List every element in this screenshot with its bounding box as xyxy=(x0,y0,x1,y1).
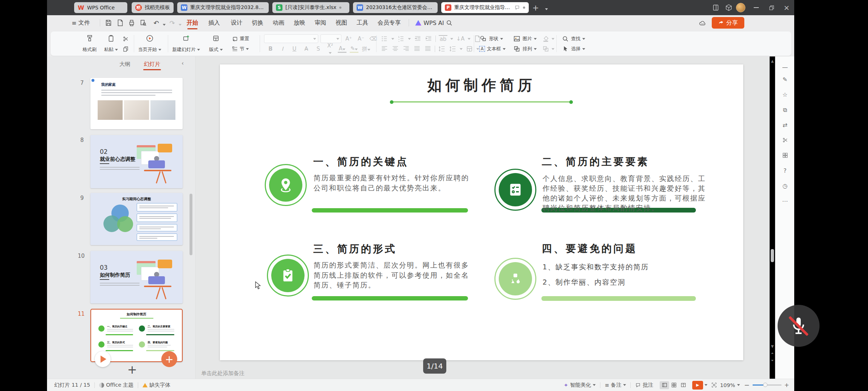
panels-icon[interactable]: ⧉ xyxy=(775,104,795,115)
font-color-button[interactable]: A xyxy=(338,45,346,53)
slide-thumbnail-7[interactable]: 我的家庭 xyxy=(90,78,183,129)
play-slideshow-overlay-button[interactable] xyxy=(95,351,111,367)
mic-muted-overlay-button[interactable] xyxy=(778,305,820,347)
text-align-vertical-icon[interactable] xyxy=(465,45,473,53)
theme-button[interactable]: Office 主题 xyxy=(99,382,133,388)
para-spacing-icon[interactable] xyxy=(449,45,457,53)
align-center-icon[interactable] xyxy=(391,45,399,53)
find-button[interactable]: 查找 xyxy=(561,34,585,44)
distribute-icon[interactable] xyxy=(424,45,432,53)
help-icon[interactable]: ? xyxy=(775,165,795,176)
tab-docer[interactable]: 稻 找稻壳模板 xyxy=(132,2,174,13)
view-sorter-button[interactable] xyxy=(669,381,678,389)
comments-button[interactable]: 批注 xyxy=(635,382,653,388)
zoom-in-button[interactable]: + xyxy=(784,382,789,388)
undo-caret[interactable] xyxy=(160,20,169,29)
tab-outline[interactable]: 大纲 xyxy=(119,61,130,68)
tab-xlsx[interactable]: S [只读]安川泰学生.xlsx xyxy=(272,2,349,13)
redo-icon[interactable]: ↷ xyxy=(168,18,176,27)
menu-animation[interactable]: 动画 xyxy=(271,15,286,30)
increase-font-icon[interactable]: A⁺ xyxy=(344,35,353,42)
superscript-button[interactable]: X² xyxy=(326,42,335,55)
layout-button[interactable]: 版式 xyxy=(209,33,223,54)
shadow-button[interactable]: S xyxy=(314,46,323,52)
menu-design[interactable]: 设计 xyxy=(229,15,244,30)
new-tab-button[interactable]: + xyxy=(531,3,540,12)
format-painter-button[interactable]: 格式刷 xyxy=(82,33,97,54)
tab-list-button[interactable] xyxy=(542,4,551,14)
tab-ppt-active[interactable]: P 重庆文理学院就业指导讲座.pp xyxy=(441,2,529,13)
zoom-level[interactable]: 109% xyxy=(720,382,740,388)
panel-scrollbar-thumb[interactable] xyxy=(190,194,192,255)
cut-tool-icon[interactable] xyxy=(775,135,795,146)
menu-file[interactable]: ≡ 文件 xyxy=(69,15,92,30)
reset-button[interactable]: 重置 xyxy=(231,34,249,44)
clock-icon[interactable]: ◷ xyxy=(775,180,795,191)
zoom-out-button[interactable]: − xyxy=(744,381,750,389)
swap-icon[interactable]: ⇄ xyxy=(775,119,795,130)
menu-review[interactable]: 审阅 xyxy=(312,15,328,30)
increase-indent-icon[interactable] xyxy=(425,35,433,43)
missing-font-warning[interactable]: 缺失字体 xyxy=(142,382,170,388)
redo-caret[interactable] xyxy=(176,20,184,29)
select-button[interactable]: 选择 xyxy=(561,44,585,54)
menu-home[interactable]: 开始 xyxy=(184,15,200,30)
fit-window-button[interactable] xyxy=(711,382,717,388)
decrease-font-icon[interactable]: A⁻ xyxy=(357,35,365,42)
menu-member[interactable]: 会员专享 xyxy=(375,15,403,30)
section-button[interactable]: 节 xyxy=(231,44,249,54)
wps-ai-button[interactable]: WPS AI xyxy=(413,15,446,30)
add-slide-button[interactable]: + xyxy=(127,363,137,377)
decrease-indent-icon[interactable] xyxy=(414,35,422,43)
collapse-handle-icon[interactable]: — xyxy=(775,62,795,72)
tab-slides[interactable]: 幻灯片 xyxy=(144,61,160,68)
properties-icon[interactable]: ✎ xyxy=(775,74,795,85)
align-left-icon[interactable] xyxy=(380,45,388,53)
avatar[interactable] xyxy=(736,3,745,12)
minimize-button[interactable] xyxy=(749,0,764,15)
workspace-cube-icon[interactable] xyxy=(721,0,736,15)
copy-button[interactable] xyxy=(122,44,129,54)
slide-thumbnail-8[interactable]: 02 就业前心态调整 xyxy=(90,135,183,188)
next-slide-button[interactable]: ⏷ xyxy=(770,358,775,363)
scroll-down-icon[interactable]: ▼ xyxy=(770,343,775,349)
menu-view[interactable]: 视图 xyxy=(333,15,349,30)
collapse-panel-icon[interactable]: ‹ xyxy=(182,60,184,67)
zoom-slider-handle[interactable] xyxy=(763,383,767,387)
textbox-button[interactable]: A 文本框 xyxy=(479,44,506,54)
new-slide-button[interactable]: 新建幻灯片 xyxy=(172,33,200,54)
cloud-sync-icon[interactable] xyxy=(698,19,707,28)
export-icon[interactable] xyxy=(116,18,124,27)
arrange-button[interactable]: 排列 xyxy=(513,44,537,54)
bullets-icon[interactable] xyxy=(380,35,388,43)
menu-insert[interactable]: 插入 xyxy=(206,15,222,30)
notes-placeholder[interactable]: 单击此处添加备注 xyxy=(201,370,244,377)
restore-button[interactable] xyxy=(764,0,779,15)
justify-icon[interactable] xyxy=(413,45,421,53)
zoom-slider[interactable] xyxy=(753,384,782,386)
notes-button[interactable]: ≡ 备注 xyxy=(605,382,626,388)
scroll-up-icon[interactable]: ▲ xyxy=(770,58,775,64)
view-reading-button[interactable] xyxy=(678,381,688,389)
print-icon[interactable] xyxy=(127,18,136,27)
play-options-caret[interactable] xyxy=(705,384,707,386)
menu-transition[interactable]: 切换 xyxy=(250,15,265,30)
favorites-icon[interactable]: ☆ xyxy=(775,89,795,100)
canvas-scrollbar-thumb[interactable] xyxy=(771,249,774,262)
font-size-select[interactable] xyxy=(320,34,341,43)
font-family-select[interactable] xyxy=(264,34,318,43)
menu-slideshow[interactable]: 放映 xyxy=(292,15,307,30)
numbering-icon[interactable] xyxy=(397,35,405,43)
tab-wps-home[interactable]: W WPS Office xyxy=(74,2,127,13)
more-tools-icon[interactable]: ⋯ xyxy=(775,196,795,206)
search-icon[interactable] xyxy=(445,18,454,27)
align-right-icon[interactable] xyxy=(402,45,410,53)
line-spacing-icon[interactable] xyxy=(438,45,446,53)
slide-thumbnail-10[interactable]: 03 如何制作简历 xyxy=(90,251,183,303)
close-button[interactable]: × xyxy=(779,0,794,15)
save-icon[interactable] xyxy=(104,18,113,27)
cut-button[interactable] xyxy=(122,34,129,44)
tab-doc-1[interactable]: W 重庆文理学院就业指导2032.8.11.doc xyxy=(177,2,269,13)
outline-color-button[interactable] xyxy=(542,44,554,54)
italic-button[interactable]: I xyxy=(278,46,287,52)
